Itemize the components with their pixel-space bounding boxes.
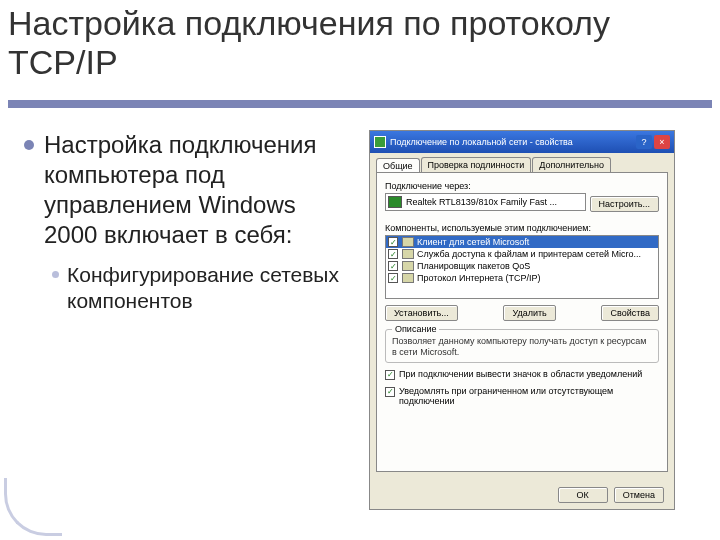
component-icon (402, 237, 414, 247)
help-button[interactable]: ? (636, 135, 652, 149)
properties-button[interactable]: Свойства (601, 305, 659, 321)
dialog-button-row: ОК Отмена (558, 487, 664, 503)
description-text: Позволяет данному компьютеру получать до… (392, 336, 652, 358)
bullet-level-2: Конфигурирование сетевых компонентов (52, 262, 354, 315)
network-icon (374, 136, 386, 148)
option-label: Уведомлять при ограниченном или отсутств… (399, 386, 659, 406)
list-item[interactable]: ✓ Служба доступа к файлам и принтерам се… (386, 248, 658, 260)
dialog-titlebar: Подключение по локальной сети - свойства… (370, 131, 674, 153)
ok-button[interactable]: ОК (558, 487, 608, 503)
adapter-field: Realtek RTL8139/810x Family Fast ... (385, 193, 586, 211)
install-button[interactable]: Установить... (385, 305, 458, 321)
tab-advanced[interactable]: Дополнительно (532, 157, 611, 172)
checkbox-icon[interactable]: ✓ (388, 237, 398, 247)
option-notify-limited[interactable]: ✓ Уведомлять при ограниченном или отсутс… (385, 386, 659, 406)
list-item-label: Клиент для сетей Microsoft (417, 237, 529, 247)
list-item-label: Служба доступа к файлам и принтерам сете… (417, 249, 641, 259)
adapter-name: Realtek RTL8139/810x Family Fast ... (406, 197, 583, 207)
connect-using-label: Подключение через: (385, 181, 659, 191)
description-legend: Описание (392, 324, 439, 334)
bullet-dot-icon (52, 271, 59, 278)
list-item[interactable]: ✓ Протокол Интернета (TCP/IP) (386, 272, 658, 284)
option-label: При подключении вывести значок в области… (399, 369, 642, 379)
tab-auth[interactable]: Проверка подлинности (421, 157, 532, 172)
option-notify-icon[interactable]: ✓ При подключении вывести значок в облас… (385, 369, 659, 380)
list-item[interactable]: ✓ Клиент для сетей Microsoft (386, 236, 658, 248)
list-item-label: Протокол Интернета (TCP/IP) (417, 273, 541, 283)
tab-row: Общие Проверка подлинности Дополнительно (370, 153, 674, 172)
list-item-label: Планировщик пакетов QoS (417, 261, 530, 271)
checkbox-icon[interactable]: ✓ (388, 261, 398, 271)
component-icon (402, 261, 414, 271)
close-button[interactable]: × (654, 135, 670, 149)
components-label: Компоненты, используемые этим подключени… (385, 223, 659, 233)
slide-title-band: Настройка подключения по протоколу TCP/I… (0, 0, 720, 108)
components-list[interactable]: ✓ Клиент для сетей Microsoft ✓ Служба до… (385, 235, 659, 299)
adapter-icon (388, 196, 402, 208)
uninstall-button[interactable]: Удалить (503, 305, 555, 321)
checkbox-icon[interactable]: ✓ (385, 370, 395, 380)
title-underline (8, 100, 712, 108)
checkbox-icon[interactable]: ✓ (388, 273, 398, 283)
list-item[interactable]: ✓ Планировщик пакетов QoS (386, 260, 658, 272)
tab-general[interactable]: Общие (376, 158, 420, 173)
dialog-title: Подключение по локальной сети - свойства (390, 137, 636, 147)
cancel-button[interactable]: Отмена (614, 487, 664, 503)
configure-button[interactable]: Настроить... (590, 196, 659, 212)
component-button-row: Установить... Удалить Свойства (385, 305, 659, 321)
checkbox-icon[interactable]: ✓ (388, 249, 398, 259)
bullet-dot-icon (24, 140, 34, 150)
description-group: Описание Позволяет данному компьютеру по… (385, 329, 659, 363)
tab-body: Подключение через: Realtek RTL8139/810x … (376, 172, 668, 472)
slide-title: Настройка подключения по протоколу TCP/I… (0, 0, 720, 82)
bullet-l2-text: Конфигурирование сетевых компонентов (67, 262, 354, 315)
corner-decoration (4, 478, 62, 536)
text-column: Настройка подключения компьютера под упр… (24, 130, 354, 315)
bullet-l1-text: Настройка подключения компьютера под упр… (44, 130, 354, 250)
component-icon (402, 273, 414, 283)
properties-dialog: Подключение по локальной сети - свойства… (369, 130, 675, 510)
slide-content: Настройка подключения компьютера под упр… (24, 120, 696, 516)
component-icon (402, 249, 414, 259)
checkbox-icon[interactable]: ✓ (385, 387, 395, 397)
bullet-level-1: Настройка подключения компьютера под упр… (24, 130, 354, 250)
